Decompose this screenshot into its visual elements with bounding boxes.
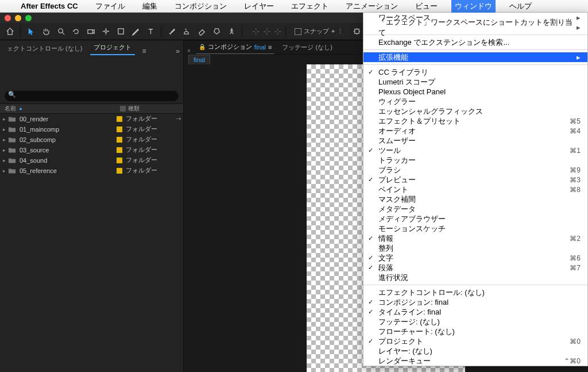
shape-tool[interactable] xyxy=(114,25,127,38)
tab-effect-controls[interactable]: ェクトコントロール (なし) xyxy=(3,42,86,55)
snap-checkbox[interactable] xyxy=(295,28,301,35)
label-color[interactable] xyxy=(117,168,122,174)
zoom-tool[interactable] xyxy=(55,25,67,38)
project-item[interactable]: ▸04_soundフォルダー xyxy=(0,155,183,166)
zoom-window-button[interactable] xyxy=(25,15,32,21)
roto-tool[interactable] xyxy=(210,25,223,38)
menu-item[interactable]: エッセンシャルグラフィックス xyxy=(363,106,587,116)
minimize-window-button[interactable] xyxy=(15,15,21,21)
menu-item[interactable]: ✓ツール⌘1 xyxy=(363,145,587,155)
disabled-tools: ⊹ ⊹ ⊹ xyxy=(252,26,281,37)
menu-item[interactable]: メタデータ xyxy=(363,204,587,214)
snap-toggle[interactable]: スナップ ⌖ ⋮ xyxy=(295,27,343,36)
tab-close-icon[interactable]: × xyxy=(187,48,191,54)
menu-item[interactable]: エフェクト＆プリセット⌘5 xyxy=(363,116,587,126)
panel-menu-icon[interactable]: ≡ xyxy=(142,47,146,55)
menu-item[interactable]: トラッカー xyxy=(363,155,587,165)
menu-shortcut: ⌃⌘0 xyxy=(564,357,581,365)
menu-item[interactable]: スムーザー xyxy=(363,136,587,145)
menu-composition[interactable]: コンポジション xyxy=(171,0,230,13)
menu-animation[interactable]: アニメーション xyxy=(342,0,401,13)
menu-item[interactable]: 進行状況 xyxy=(363,273,587,282)
anchor-tool[interactable] xyxy=(99,25,112,38)
tab-project[interactable]: プロジェクト xyxy=(90,41,135,55)
label-color[interactable] xyxy=(117,147,122,153)
menu-item[interactable]: レンダーキュー⌃⌘0 xyxy=(363,356,587,366)
project-item[interactable]: ▸01_maincompフォルダー xyxy=(0,124,183,135)
col-type[interactable]: 種類 xyxy=(120,105,183,113)
clone-tool[interactable] xyxy=(180,25,193,38)
expand-icon[interactable]: ▸ xyxy=(0,147,8,153)
menu-item[interactable]: ✓プロジェクト⌘0 xyxy=(363,336,587,346)
menu-edit[interactable]: 編集 xyxy=(139,0,161,13)
menu-file[interactable]: ファイル xyxy=(92,0,129,13)
menu-view[interactable]: ビュー xyxy=(412,0,441,13)
menu-item[interactable]: ✓タイムライン: final xyxy=(363,307,587,317)
snap-magnet-icon[interactable]: ⌖ xyxy=(331,28,335,35)
panel-expand-icon[interactable]: » xyxy=(176,47,180,55)
menu-item[interactable]: ✓情報⌘2 xyxy=(363,233,587,243)
label-color[interactable] xyxy=(117,126,122,132)
search-help-button[interactable] xyxy=(350,25,363,38)
project-item[interactable]: ▸05_referenceフォルダー xyxy=(0,166,183,176)
pen-tool[interactable] xyxy=(129,25,142,38)
project-search-input[interactable] xyxy=(5,91,179,101)
expand-icon[interactable]: ▸ xyxy=(0,116,8,122)
close-window-button[interactable] xyxy=(5,15,11,21)
project-item[interactable]: ▸03_sourceフォルダー xyxy=(0,145,183,155)
snap-options-icon[interactable]: ⋮ xyxy=(337,28,343,35)
menu-help[interactable]: ヘルプ xyxy=(506,0,535,13)
expand-icon[interactable]: ▸ xyxy=(0,158,8,163)
menu-item[interactable]: ✓コンポジション: final xyxy=(363,297,587,307)
menu-item[interactable]: ✓CC ライブラリ xyxy=(363,67,587,77)
text-tool[interactable] xyxy=(144,25,157,38)
menu-item[interactable]: マスク補間 xyxy=(363,194,587,204)
menu-window[interactable]: ウィンドウ xyxy=(451,0,496,13)
menu-item[interactable]: ✓文字⌘6 xyxy=(363,253,587,263)
expand-icon[interactable]: ▸ xyxy=(0,137,8,143)
menu-item[interactable]: 整列 xyxy=(363,243,587,253)
selection-tool[interactable] xyxy=(25,25,37,38)
camera-tool[interactable] xyxy=(84,25,97,38)
menu-item[interactable]: ペイント⌘8 xyxy=(363,185,587,194)
menu-item[interactable]: 拡張機能▸ xyxy=(363,52,587,62)
label-color[interactable] xyxy=(117,137,122,143)
tab-composition[interactable]: 🔒 コンポジション final ≡ xyxy=(196,40,274,54)
rotate-tool[interactable] xyxy=(69,25,82,38)
menu-item[interactable]: エフェクトコントロール: (なし) xyxy=(363,287,587,297)
menu-item[interactable]: ✓段落⌘7 xyxy=(363,263,587,273)
tab-menu-icon[interactable]: ≡ xyxy=(268,44,272,51)
project-item[interactable]: ▸02_subcompフォルダー xyxy=(0,135,183,145)
comp-subtab[interactable]: final xyxy=(188,55,210,64)
project-item[interactable]: ▸00_renderフォルダー⇢ xyxy=(0,114,183,124)
label-color[interactable] xyxy=(117,116,122,122)
brush-tool[interactable] xyxy=(165,25,178,38)
menu-item[interactable]: ✓プレビュー⌘3 xyxy=(363,175,587,185)
menu-layer[interactable]: レイヤー xyxy=(241,0,277,13)
menu-item[interactable]: Lumetri スコープ xyxy=(363,77,587,87)
menu-item[interactable]: レイヤー: (なし) xyxy=(363,346,587,356)
menu-item[interactable]: モーションスケッチ xyxy=(363,224,587,233)
eraser-tool[interactable] xyxy=(195,25,208,38)
home-tool[interactable] xyxy=(3,25,16,38)
menu-item[interactable]: フローチャート: (なし) xyxy=(363,327,587,336)
label-color[interactable] xyxy=(117,158,122,163)
menu-effect[interactable]: エフェクト xyxy=(288,0,332,13)
menu-item[interactable]: ウィグラー xyxy=(363,97,587,106)
menu-item[interactable]: Plexus Object Panel xyxy=(363,87,587,97)
hand-tool[interactable] xyxy=(40,25,52,38)
menu-app[interactable]: After Effects CC xyxy=(17,1,82,11)
menu-item[interactable]: ブラシ⌘9 xyxy=(363,165,587,175)
menu-item[interactable]: Exchange でエクステンションを検索... xyxy=(363,37,587,47)
puppet-tool[interactable] xyxy=(225,25,238,38)
flowchart-icon[interactable]: ⇢ xyxy=(173,115,183,122)
menu-item[interactable]: フッテージ: (なし) xyxy=(363,317,587,327)
menu-item[interactable]: メディアブラウザー xyxy=(363,214,587,224)
menu-item[interactable]: オーディオ⌘4 xyxy=(363,126,587,136)
col-name[interactable]: 名前▲ xyxy=(0,105,120,113)
expand-icon[interactable]: ▸ xyxy=(0,126,8,132)
menu-item[interactable]: 「エフェクト」ワークスペースにショートカットを割り当て▸ xyxy=(363,22,587,32)
menu-item-label: トラッカー xyxy=(378,155,416,166)
tab-footage[interactable]: フッテージ (なし) xyxy=(280,41,334,54)
expand-icon[interactable]: ▸ xyxy=(0,168,8,174)
